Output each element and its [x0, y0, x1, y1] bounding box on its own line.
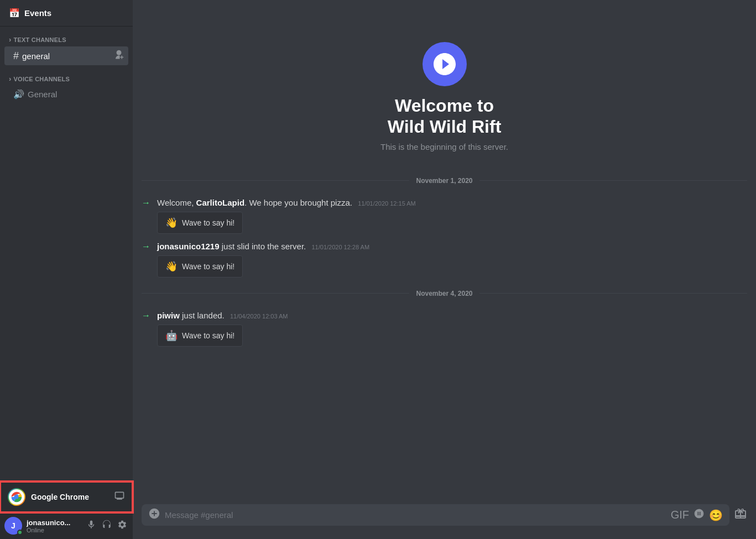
date-text-nov4: November 4, 2020 — [409, 290, 479, 297]
welcome-title: Welcome toWild Wild Rift — [388, 95, 502, 138]
avatar: J — [4, 517, 22, 535]
wave-button-1[interactable]: 👋 Wave to say hi! — [157, 212, 243, 234]
settings-icon[interactable] — [116, 519, 128, 533]
user-controls — [85, 519, 128, 533]
message-item: → Welcome, CarlitoLapid. We hope you bro… — [133, 195, 756, 236]
message-content: piwiw just landed. 11/04/2020 12:03 AM 🤖… — [157, 310, 747, 347]
message-prefix: Welcome, — [157, 198, 196, 207]
wave-emoji: 👋 — [165, 217, 178, 229]
events-header[interactable]: 📅 Events — [0, 0, 133, 27]
message-content: jonasunico1219 just slid into the server… — [157, 240, 747, 278]
screen-share-info: Google Chrome — [31, 493, 114, 501]
username: jonasunico... — [27, 519, 85, 527]
message-item: → piwiw just landed. 11/04/2020 12:03 AM… — [133, 307, 756, 349]
channel-general[interactable]: # general — [4, 46, 128, 65]
wave-button-2[interactable]: 👋 Wave to say hi! — [157, 255, 243, 278]
message-input[interactable] — [165, 504, 666, 526]
user-info: jonasunico... Online — [27, 519, 85, 533]
add-member-icon[interactable] — [114, 50, 124, 62]
gif-icon[interactable]: GIF — [671, 509, 689, 521]
headphones-icon[interactable] — [101, 519, 113, 533]
message-suffix: just slid into the server. — [220, 242, 306, 251]
date-separator-nov4: November 4, 2020 — [133, 285, 756, 302]
microphone-icon[interactable] — [85, 519, 97, 533]
message-timestamp: 11/01/2020 12:28 AM — [311, 244, 369, 250]
message-input-area: GIF 😊 — [133, 504, 756, 539]
bottom-bar: Google Chrome J jonasunico... Online — [0, 481, 133, 539]
voice-channel-name: General — [28, 90, 124, 99]
status-dot — [17, 530, 23, 535]
gift-icon[interactable] — [734, 507, 747, 523]
message-arrow-icon: → — [142, 198, 150, 208]
wave-label: Wave to say hi! — [182, 262, 234, 271]
channel-voice-general[interactable]: 🔊 General — [4, 86, 128, 103]
voice-channels-header[interactable]: VOICE CHANNELS — [0, 66, 133, 85]
message-suffix: . We hope you brought pizza. — [244, 198, 352, 207]
message-timestamp: 11/04/2020 12:03 AM — [230, 313, 288, 320]
user-bar: J jonasunico... Online — [0, 512, 133, 539]
user-status: Online — [27, 527, 85, 533]
main-chat: Welcome toWild Wild Rift This is the beg… — [133, 0, 756, 539]
message-author: jonasunico1219 — [157, 242, 220, 251]
wave-label: Wave to say hi! — [182, 331, 234, 340]
welcome-subtitle: This is the beginning of this server. — [380, 142, 508, 151]
message-text: piwiw just landed. 11/04/2020 12:03 AM — [157, 310, 747, 321]
message-suffix: just landed. — [180, 311, 225, 320]
wave-emoji: 🤖 — [165, 329, 178, 342]
message-text: jonasunico1219 just slid into the server… — [157, 240, 747, 252]
add-icon[interactable] — [148, 507, 160, 523]
message-author: CarlitoLapid — [196, 198, 245, 207]
wave-label: Wave to say hi! — [182, 218, 234, 227]
chrome-icon — [8, 488, 25, 506]
hash-icon: # — [13, 50, 19, 62]
events-label: Events — [24, 8, 51, 18]
message-text: Welcome, CarlitoLapid. We hope you broug… — [157, 197, 747, 208]
message-arrow-icon: → — [142, 242, 150, 252]
sticker-icon[interactable] — [694, 508, 705, 522]
welcome-section: Welcome toWild Wild Rift This is the beg… — [133, 9, 756, 168]
emoji-icon[interactable]: 😊 — [709, 509, 723, 522]
message-content: Welcome, CarlitoLapid. We hope you broug… — [157, 197, 747, 234]
screen-share-title: Google Chrome — [31, 493, 114, 501]
events-icon: 📅 — [9, 8, 20, 18]
speaker-icon: 🔊 — [13, 89, 24, 100]
message-author: piwiw — [157, 311, 180, 320]
message-item: → jonasunico1219 just slid into the serv… — [133, 238, 756, 280]
welcome-icon — [423, 42, 467, 86]
channel-name: general — [22, 51, 114, 61]
wave-button-3[interactable]: 🤖 Wave to say hi! — [157, 325, 243, 347]
chat-area: Welcome toWild Wild Rift This is the beg… — [133, 0, 756, 504]
date-text-nov1: November 1, 2020 — [409, 177, 479, 185]
text-channels-header[interactable]: TEXT CHANNELS — [0, 27, 133, 46]
message-arrow-icon: → — [142, 311, 150, 321]
screen-share-item[interactable]: Google Chrome — [0, 482, 133, 512]
svg-point-1 — [15, 495, 19, 499]
monitor-icon — [114, 490, 125, 504]
date-separator-nov1: November 1, 2020 — [133, 172, 756, 189]
message-input-wrapper: GIF 😊 — [142, 504, 729, 526]
wave-emoji: 👋 — [165, 260, 178, 273]
sidebar: 📅 Events TEXT CHANNELS # general VOICE C… — [0, 0, 133, 539]
message-timestamp: 11/01/2020 12:15 AM — [358, 200, 416, 207]
